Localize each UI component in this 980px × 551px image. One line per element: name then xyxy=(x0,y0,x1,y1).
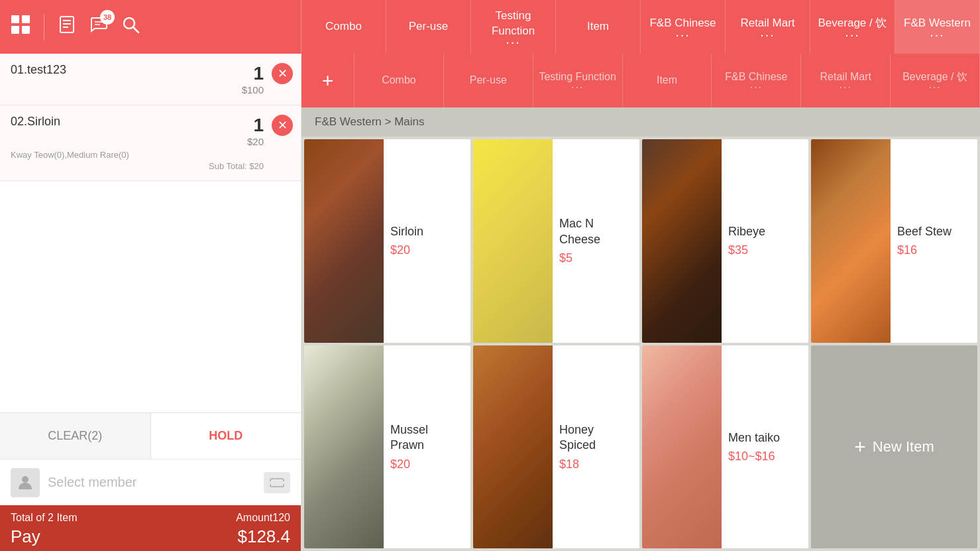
menu-item-macncheese[interactable]: Mac N Cheese $5 xyxy=(473,139,639,343)
tab-testing-function[interactable]: Testing Function ··· xyxy=(471,0,556,54)
pay-amount: $128.4 xyxy=(237,526,290,547)
menu-item-price: $20 xyxy=(390,243,423,257)
svg-rect-2 xyxy=(11,26,19,34)
cat-tab-retail-mart[interactable]: Retail Mart··· xyxy=(801,54,891,107)
menu-item-image xyxy=(642,345,722,549)
order-item-qty: 1 xyxy=(253,115,264,136)
menu-item-info: Beef Stew $16 xyxy=(891,139,958,343)
notification-badge: 38 xyxy=(100,10,115,25)
ticket-icon[interactable] xyxy=(264,472,290,493)
main-content: 01.test123 1 $100 ✕ 02.Sirloin 1 $20 Kwa… xyxy=(0,54,980,551)
menu-item-name: Ribeye xyxy=(728,224,765,239)
menu-item-image xyxy=(304,139,384,343)
header: 38 Combo Per-use Testing Function ··· It… xyxy=(0,0,980,54)
menu-item-ribeye[interactable]: Ribeye $35 xyxy=(642,139,808,343)
search-icon[interactable] xyxy=(121,15,140,38)
order-list: 01.test123 1 $100 ✕ 02.Sirloin 1 $20 Kwa… xyxy=(0,54,301,412)
remove-item-button[interactable]: ✕ xyxy=(272,63,293,84)
notification-icon-wrap[interactable]: 38 xyxy=(89,15,108,38)
cat-tab-item[interactable]: Item xyxy=(623,54,712,107)
member-bar[interactable]: Select member xyxy=(0,459,301,505)
menu-item-price: $35 xyxy=(728,243,765,257)
svg-rect-3 xyxy=(22,26,30,34)
order-item-qty: 1 xyxy=(253,63,264,84)
header-tabs: Combo Per-use Testing Function ··· Item … xyxy=(301,0,980,54)
menu-item-image xyxy=(473,345,553,549)
svg-point-14 xyxy=(270,481,272,484)
right-panel: + Combo Per-use Testing Function··· Item… xyxy=(301,54,980,551)
header-left: 38 xyxy=(0,0,301,54)
menu-item-name: Mussel Prawn xyxy=(390,422,464,454)
menu-item-image xyxy=(811,139,891,343)
menu-item-name: Mac N Cheese xyxy=(559,216,633,247)
menu-item-price: $10~$16 xyxy=(728,450,780,463)
tab-item[interactable]: Item xyxy=(556,0,641,54)
menu-item-beefstew[interactable]: Beef Stew $16 xyxy=(811,139,977,343)
left-panel: 01.test123 1 $100 ✕ 02.Sirloin 1 $20 Kwa… xyxy=(0,54,301,551)
remove-item-button[interactable]: ✕ xyxy=(272,115,293,136)
order-item[interactable]: 02.Sirloin 1 $20 Kway Teow(0),Medium Rar… xyxy=(0,105,301,181)
menu-item-sirloin[interactable]: Sirloin $20 xyxy=(304,139,470,343)
menu-item-info: Men taiko $10~$16 xyxy=(722,345,787,549)
svg-rect-0 xyxy=(11,15,19,23)
tab-per-use[interactable]: Per-use xyxy=(386,0,471,54)
tab-beverage[interactable]: Beverage / 饮 ··· xyxy=(810,0,895,54)
menu-item-musselprawn[interactable]: Mussel Prawn $20 xyxy=(304,345,470,549)
tab-retail-mart[interactable]: Retail Mart ··· xyxy=(726,0,810,54)
new-item-plus-icon: + xyxy=(854,436,866,458)
order-item[interactable]: 01.test123 1 $100 ✕ xyxy=(0,54,301,105)
hold-button[interactable]: HOLD xyxy=(151,413,301,459)
cat-tab-combo[interactable]: Combo xyxy=(354,54,444,107)
new-item-button[interactable]: + New Item xyxy=(811,345,977,549)
member-placeholder: Select member xyxy=(48,475,256,490)
total-label: Total of 2 Item xyxy=(11,512,78,524)
clear-button[interactable]: CLEAR(2) xyxy=(0,413,151,459)
order-item-modifiers: Kway Teow(0),Medium Rare(0) xyxy=(11,150,290,160)
order-item-header: 02.Sirloin 1 xyxy=(11,115,290,136)
svg-line-11 xyxy=(133,27,138,32)
pay-row: Pay $128.4 xyxy=(11,526,290,547)
menu-item-name: Beef Stew xyxy=(897,224,952,239)
category-tabs: Combo Per-use Testing Function··· Item F… xyxy=(354,54,980,107)
menu-item-info: Mussel Prawn $20 xyxy=(384,345,470,549)
menu-item-name: Men taiko xyxy=(728,430,780,446)
tab-fnb-chinese[interactable]: F&B Chinese ··· xyxy=(641,0,726,54)
tab-combo[interactable]: Combo xyxy=(301,0,386,54)
menu-item-info: Sirloin $20 xyxy=(384,139,430,343)
svg-rect-13 xyxy=(270,479,284,487)
order-item-price: $100 xyxy=(11,84,264,95)
menu-item-image xyxy=(642,139,722,343)
menu-grid: Sirloin $20 Mac N Cheese $5 Ribeye $35 xyxy=(301,137,980,551)
cat-tab-testing[interactable]: Testing Function··· xyxy=(533,54,623,107)
menu-item-image xyxy=(473,139,553,343)
cat-tab-per-use[interactable]: Per-use xyxy=(444,54,533,107)
member-icon xyxy=(11,468,40,497)
total-row: Total of 2 Item Amount120 xyxy=(11,512,290,524)
category-bar: + Combo Per-use Testing Function··· Item… xyxy=(301,54,980,107)
breadcrumb: F&B Western > Mains xyxy=(301,107,980,137)
cat-tab-beverage[interactable]: Beverage / 饮··· xyxy=(891,54,980,107)
menu-item-price: $5 xyxy=(559,251,633,265)
bottom-actions: CLEAR(2) HOLD xyxy=(0,412,301,459)
menu-item-price: $16 xyxy=(897,243,952,257)
order-item-price: $20 xyxy=(11,136,264,147)
add-category-button[interactable]: + xyxy=(301,54,354,107)
pay-label: Pay xyxy=(11,526,40,547)
grid-icon[interactable] xyxy=(11,15,30,39)
menu-item-info: Ribeye $35 xyxy=(722,139,772,343)
new-item-label: New Item xyxy=(873,438,934,456)
total-bar: Total of 2 Item Amount120 Pay $128.4 xyxy=(0,505,301,551)
tab-fnb-western[interactable]: F&B Western ··· xyxy=(895,0,980,54)
order-item-header: 01.test123 1 xyxy=(11,63,290,84)
menu-item-price: $18 xyxy=(559,458,633,471)
cat-tab-fnb-chinese[interactable]: F&B Chinese··· xyxy=(712,54,801,107)
order-item-name: 02.Sirloin xyxy=(11,115,60,129)
menu-item-honeyspiced[interactable]: Honey Spiced $18 xyxy=(473,345,639,549)
receipt-icon[interactable] xyxy=(58,15,76,38)
menu-item-name: Honey Spiced xyxy=(559,422,633,454)
order-item-name: 01.test123 xyxy=(11,63,66,77)
order-item-subtotal: Sub Total: $20 xyxy=(11,161,264,171)
menu-item-mentaiko[interactable]: Men taiko $10~$16 xyxy=(642,345,808,549)
svg-rect-1 xyxy=(22,15,30,23)
svg-point-12 xyxy=(22,476,28,483)
